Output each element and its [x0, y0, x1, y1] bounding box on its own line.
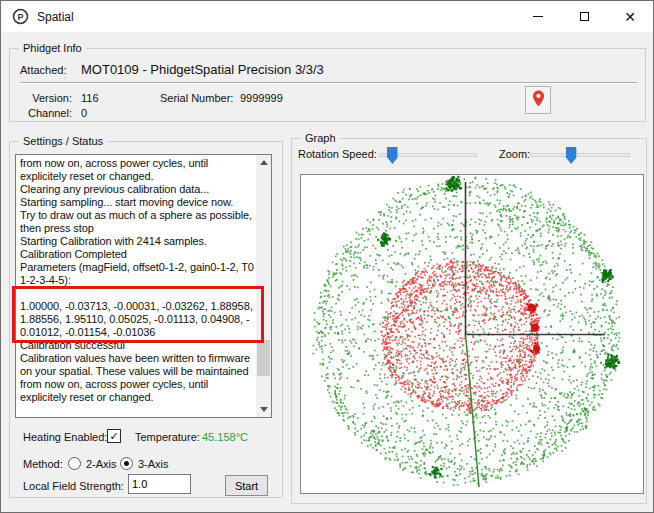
method-2axis-label: 2-Axis — [86, 458, 117, 470]
zoom-label: Zoom: — [499, 148, 530, 160]
method-2axis-radio[interactable] — [68, 457, 81, 470]
divider — [20, 82, 637, 84]
temperature-label: Temperature: — [135, 431, 200, 443]
close-icon: ✕ — [624, 9, 636, 25]
chevron-down-icon — [260, 407, 268, 412]
attached-value: MOT0109 - PhidgetSpatial Precision 3/3/3 — [81, 62, 324, 77]
phidget-logo-icon: P — [12, 8, 29, 25]
method-label: Method: — [23, 458, 63, 470]
log-line: then press stop — [20, 222, 254, 235]
locate-device-button[interactable] — [525, 86, 551, 114]
close-button[interactable]: ✕ — [607, 1, 653, 32]
serial-number-label: Serial Number: — [160, 92, 233, 104]
check-icon: ✓ — [109, 431, 118, 442]
method-3axis-label: 3-Axis — [138, 458, 169, 470]
rotation-speed-slider-thumb[interactable] — [387, 147, 398, 164]
rotation-speed-slider[interactable] — [379, 153, 477, 157]
window-title: Spatial — [37, 10, 74, 24]
log-line: Clearing any previous calibration data..… — [20, 183, 254, 196]
phidget-info-group: Phidget Info Attached: MOT0109 - Phidget… — [9, 48, 646, 122]
phidget-info-legend: Phidget Info — [19, 42, 86, 54]
minimize-button[interactable] — [515, 1, 561, 32]
log-line: Starting Calibration with 2414 samples. — [20, 235, 254, 248]
serial-number-value: 9999999 — [240, 92, 283, 104]
calibration-plot-area[interactable] — [300, 174, 644, 494]
start-button[interactable]: Start — [225, 475, 268, 496]
log-line: explicitely reset or changed. — [20, 391, 254, 404]
log-line: Calibration values have been written to … — [20, 352, 254, 365]
version-value: 116 — [81, 92, 99, 104]
start-button-label: Start — [235, 480, 258, 492]
temperature-value: 45.158°C — [202, 431, 248, 443]
attached-label: Attached: — [20, 64, 66, 76]
log-line: Parameters (magField, offset0-1-2, gain0… — [20, 261, 254, 274]
local-field-strength-input[interactable] — [128, 474, 191, 494]
graph-legend: Graph — [301, 132, 340, 144]
log-line: explicitely reset or changed. — [20, 170, 254, 183]
calibration-scatter-canvas — [301, 175, 643, 493]
rotation-speed-label: Rotation Speed: — [298, 148, 377, 160]
minimize-icon — [533, 16, 543, 17]
log-line: Starting sampling... start moving device… — [20, 196, 254, 209]
graph-group: Graph Rotation Speed: Zoom: — [291, 138, 647, 504]
scrollbar-thumb[interactable] — [257, 340, 270, 376]
log-line: on your spatial. These values will be ma… — [20, 365, 254, 378]
log-line: Calibration Completed — [20, 248, 254, 261]
heating-enabled-checkbox[interactable]: ✓ — [107, 429, 121, 443]
heating-enabled-label: Heating Enabled: — [23, 431, 107, 443]
method-3axis-radio[interactable] — [120, 457, 133, 470]
scroll-up-button[interactable] — [256, 155, 271, 170]
local-field-strength-label: Local Field Strength: — [23, 480, 124, 492]
maximize-button[interactable] — [561, 1, 607, 32]
settings-status-group: Settings / Status from now on, across po… — [9, 141, 283, 498]
log-line: from now on, across power cycles, until — [20, 157, 254, 170]
log-line: Try to draw out as much of a sphere as p… — [20, 209, 254, 222]
chevron-up-icon — [260, 160, 268, 165]
svg-text:P: P — [18, 12, 24, 22]
titlebar[interactable]: P Spatial ✕ — [1, 1, 653, 32]
channel-value: 0 — [81, 107, 87, 119]
maximize-icon — [580, 12, 589, 21]
channel-label: Channel: — [22, 107, 72, 119]
zoom-slider[interactable] — [530, 153, 630, 157]
zoom-slider-thumb[interactable] — [566, 147, 577, 164]
scroll-down-button[interactable] — [256, 402, 271, 417]
settings-status-legend: Settings / Status — [19, 135, 107, 147]
version-label: Version: — [22, 92, 72, 104]
log-line: from now on, across power cycles, until — [20, 378, 254, 391]
calibration-values-highlight — [12, 286, 264, 343]
location-pin-icon — [532, 90, 545, 110]
spatial-window: P Spatial ✕ Phidget Info Attached: MOT01… — [0, 0, 654, 513]
